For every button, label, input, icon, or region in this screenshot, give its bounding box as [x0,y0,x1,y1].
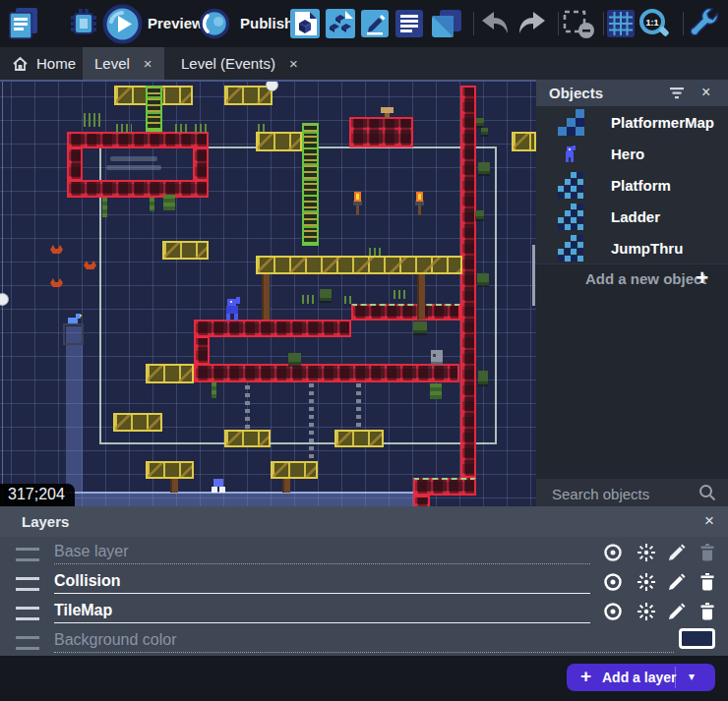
platform-tile[interactable] [67,132,209,148]
instances-list-icon[interactable] [395,10,423,37]
visibility-eye-icon[interactable] [602,542,624,563]
layer-name[interactable]: TileMap [54,602,112,619]
effects-icon[interactable] [636,571,657,593]
debugger-icon[interactable] [67,8,100,39]
jumpthru-tile[interactable] [113,413,162,432]
jumpthru-tile[interactable] [146,461,194,479]
object-item-platformermap[interactable]: PlatformerMap [536,106,728,139]
critter-sprite[interactable] [50,245,63,254]
close-tab-icon[interactable]: × [283,55,298,72]
critter-sprite[interactable] [84,261,96,269]
gray-sprite[interactable] [430,349,444,366]
canvas-scrollbar-thumb[interactable] [532,245,535,306]
platform-tile[interactable] [194,364,459,382]
ladder-tile[interactable] [146,86,162,132]
crate-outline[interactable] [63,323,84,345]
platform-tile[interactable] [413,496,430,506]
resize-handle[interactable] [0,293,9,306]
preview-label[interactable]: Preview [148,15,204,31]
jumpthru-tile[interactable] [162,241,209,260]
platform-tile[interactable] [349,117,413,147]
effects-icon[interactable] [636,601,657,622]
grid-icon[interactable] [607,10,635,37]
add-new-object-button[interactable]: Add a new object + [536,263,728,294]
open-objects-panel-icon[interactable] [290,9,320,38]
scene-editor-canvas[interactable]: 317;204 [0,80,536,506]
jumpthru-tile[interactable] [224,86,273,105]
drag-handle-icon[interactable] [16,548,39,561]
drag-handle-icon[interactable] [16,636,39,650]
text-smudge [106,165,161,170]
jumpthru-tile[interactable] [271,461,318,479]
redo-icon[interactable] [517,10,547,37]
jumpthru-tile[interactable] [512,132,536,151]
filter-icon[interactable] [669,87,685,99]
resize-handle[interactable] [266,80,278,91]
close-panel-icon[interactable]: × [704,511,714,531]
jumpthru-tile[interactable] [256,256,462,274]
platform-tile[interactable] [194,336,210,365]
ladder-tile[interactable] [302,123,319,246]
grass-decor [394,290,406,299]
tab-level[interactable]: Level × [83,47,164,80]
undo-icon[interactable] [480,10,510,37]
chevron-down-icon[interactable]: ▾ [689,670,695,683]
jumpthru-tile[interactable] [224,430,271,447]
platform-tile[interactable] [67,147,83,181]
edit-properties-icon[interactable] [361,10,389,37]
publish-icon[interactable] [199,8,230,39]
platform-tile[interactable] [460,86,476,478]
platform-tile[interactable] [351,304,460,321]
platform-tile[interactable] [413,478,476,496]
background-color-swatch[interactable] [679,628,715,649]
water-surface[interactable] [65,492,413,506]
object-item-platform[interactable]: Platform [536,169,728,202]
delete-layer-icon[interactable] [697,571,718,593]
critter-sprite[interactable] [50,278,63,287]
object-item-hero[interactable]: Hero [536,138,728,170]
layers-panel-icon[interactable] [430,8,463,39]
layer-name[interactable]: Base layer [54,543,129,560]
close-tab-icon[interactable]: × [138,55,152,72]
jumpthru-tile[interactable] [256,132,302,151]
small-sprite[interactable] [211,478,226,494]
hero-sprite[interactable] [222,297,242,321]
delete-layer-icon[interactable] [697,601,718,622]
edit-layer-icon[interactable] [666,542,688,563]
objects-panel-header: Objects × [536,80,728,106]
drag-handle-icon[interactable] [16,607,39,620]
layer-row-tilemap: TileMap [0,597,728,626]
bird-sprite[interactable] [67,312,82,324]
jumpthru-tile[interactable] [334,430,384,447]
visibility-eye-icon[interactable] [602,571,624,593]
preview-icon[interactable] [102,4,143,44]
edit-layer-icon[interactable] [666,571,688,593]
delete-selection-icon[interactable] [563,10,596,39]
visibility-eye-icon[interactable] [602,601,624,622]
layer-name[interactable]: Background color [54,631,177,649]
grass-decor [258,124,268,132]
platform-tile[interactable] [194,320,351,337]
zoom-1-1-icon[interactable]: 1:1 [638,8,672,41]
object-item-jumpthru[interactable]: JumpThru [536,232,728,264]
publish-label[interactable]: Publish [240,15,293,31]
project-manager-icon[interactable] [8,7,40,40]
hero-object-icon [564,146,577,162]
platform-tile[interactable] [67,180,209,198]
jumpthru-tile[interactable] [146,364,194,383]
add-layer-button[interactable]: + Add a layer ▾ [567,664,715,691]
effects-icon[interactable] [636,542,657,563]
search-objects-input[interactable] [550,482,692,505]
tab-home[interactable]: Home [0,47,88,80]
object-item-ladder[interactable]: Ladder [536,201,728,233]
layer-name[interactable]: Collision [54,572,121,590]
water-column[interactable] [66,326,83,492]
open-object-groups-icon[interactable] [326,9,355,38]
close-panel-icon[interactable]: × [701,84,710,101]
platform-tile[interactable] [193,147,209,181]
tab-level-events[interactable]: Level (Events) × [169,47,310,80]
delete-layer-icon[interactable] [697,542,718,563]
settings-wrench-icon[interactable] [689,8,722,41]
edit-layer-icon[interactable] [666,601,688,622]
drag-handle-icon[interactable] [16,577,39,591]
